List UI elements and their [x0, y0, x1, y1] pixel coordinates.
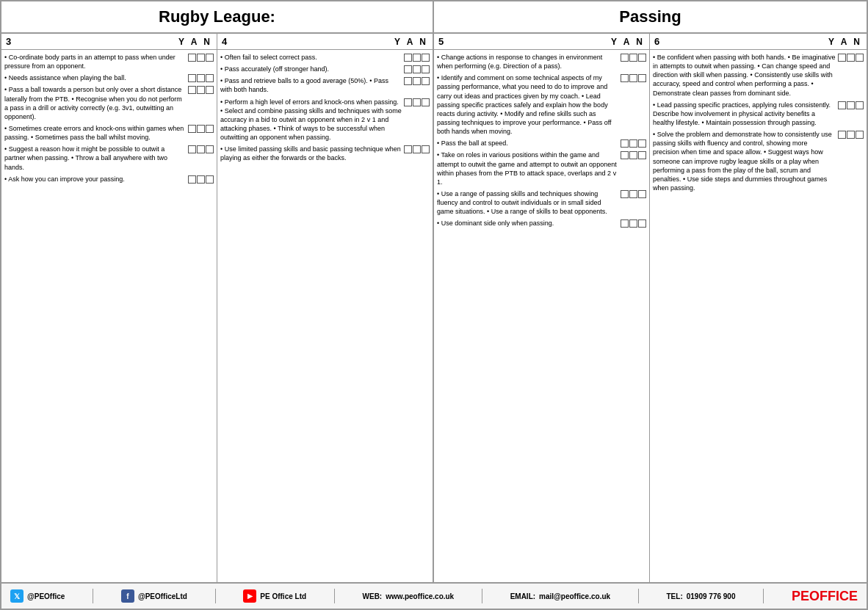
yan-box[interactable] [206, 145, 214, 153]
yan-box[interactable] [856, 54, 864, 62]
yan-box[interactable] [413, 145, 421, 153]
col4-yan: Y A N [394, 37, 428, 47]
yan-box[interactable] [413, 77, 421, 85]
yan-box[interactable] [621, 219, 629, 228]
criteria-item: • Sometimes create errors and knock-ons … [4, 124, 214, 142]
web-url: www.peoffice.co.uk [386, 592, 454, 600]
yan-box[interactable] [856, 131, 864, 139]
yan-box[interactable] [621, 151, 629, 159]
yan-box[interactable] [197, 74, 205, 82]
yan-box[interactable] [621, 74, 629, 82]
header-left-title: Rugby League: [1, 1, 434, 32]
yan-boxes [404, 65, 430, 73]
footer-email: EMAIL: mail@peoffice.co.uk [510, 592, 610, 600]
col3-yan: Y A N [178, 37, 212, 47]
criteria-item: • Ask how you can improve your passing. [4, 175, 214, 184]
yan-box[interactable] [413, 98, 421, 106]
yan-box[interactable] [629, 190, 637, 198]
yan-box[interactable] [629, 74, 637, 82]
yan-box[interactable] [638, 151, 646, 159]
yan-boxes [188, 125, 214, 133]
brand-pe: PE [792, 589, 809, 603]
yan-box[interactable] [621, 54, 629, 62]
yan-box[interactable] [638, 139, 646, 148]
yan-box[interactable] [629, 54, 637, 62]
yan-boxes [621, 54, 646, 62]
yan-box[interactable] [422, 77, 430, 85]
footer-youtube: ▶ PE Office Ltd [243, 589, 306, 603]
yan-box[interactable] [206, 86, 214, 94]
criteria-text: • Pass accurately (off stronger hand). [220, 65, 404, 73]
yan-box[interactable] [188, 175, 196, 184]
yan-box[interactable] [404, 65, 412, 73]
footer-twitter: 𝕏 @PEOffice [10, 589, 65, 603]
yan-box[interactable] [856, 101, 864, 109]
footer-divider-1 [93, 589, 93, 603]
col6-yan: Y A N [828, 37, 862, 47]
yan-box[interactable] [422, 145, 430, 153]
youtube-icon: ▶ [243, 589, 256, 603]
pe-office-logo: PEOFFICE [792, 589, 858, 604]
criteria-text: • Ask how you can improve your passing. [4, 175, 188, 184]
yan-boxes [404, 77, 430, 85]
yan-box[interactable] [404, 54, 412, 62]
yan-box[interactable] [838, 54, 846, 62]
criteria-text: • Take on roles in various positions wit… [437, 150, 621, 186]
yan-box[interactable] [197, 86, 205, 94]
web-label: WEB: [363, 592, 383, 600]
yan-boxes [838, 101, 864, 109]
twitter-handle: @PEOffice [27, 592, 65, 600]
yan-box[interactable] [621, 190, 629, 198]
yan-boxes [188, 86, 214, 94]
yan-box[interactable] [422, 65, 430, 73]
yan-box[interactable] [629, 219, 637, 228]
yan-box[interactable] [847, 101, 855, 109]
yan-box[interactable] [188, 145, 196, 153]
brand-office: OFFICE [809, 589, 858, 603]
criteria-item: • Pass accurately (off stronger hand). [220, 65, 430, 73]
yan-box[interactable] [188, 86, 196, 94]
yan-box[interactable] [404, 77, 412, 85]
yan-box[interactable] [422, 54, 430, 62]
yan-box[interactable] [422, 98, 430, 106]
yan-box[interactable] [838, 131, 846, 139]
yan-box[interactable] [413, 54, 421, 62]
col6-content: • Be confident when passing with both ha… [650, 50, 867, 582]
content-row: • Co-ordinate body parts in an attempt t… [1, 50, 867, 582]
yan-box[interactable] [629, 139, 637, 148]
yan-box[interactable] [847, 54, 855, 62]
yan-box[interactable] [206, 125, 214, 133]
col4-number: 4 [222, 36, 227, 47]
subheader-row: 3 Y A N 4 Y A N 5 Y A N 6 Y A N [1, 34, 867, 50]
yan-box[interactable] [206, 54, 214, 62]
yan-box[interactable] [629, 151, 637, 159]
criteria-item: • Lead passing specific practices, apply… [653, 101, 864, 127]
criteria-text: • Use a range of passing skills and tech… [437, 189, 621, 216]
yan-box[interactable] [206, 175, 214, 184]
yan-box[interactable] [638, 54, 646, 62]
yan-box[interactable] [404, 145, 412, 153]
yan-box[interactable] [638, 219, 646, 228]
yan-box[interactable] [621, 139, 629, 148]
yan-box[interactable] [197, 145, 205, 153]
yan-box[interactable] [197, 175, 205, 184]
yan-box[interactable] [413, 65, 421, 73]
yan-box[interactable] [206, 74, 214, 82]
yan-box[interactable] [638, 74, 646, 82]
yan-box[interactable] [638, 190, 646, 198]
criteria-text: • Often fail to select correct pass. [220, 53, 404, 62]
yan-box[interactable] [197, 125, 205, 133]
criteria-item: • Pass and retrieve balls to a good aver… [220, 76, 430, 94]
yan-box[interactable] [404, 98, 412, 106]
yan-box[interactable] [188, 54, 196, 62]
yan-box[interactable] [847, 131, 855, 139]
footer-web: WEB: www.peoffice.co.uk [363, 592, 455, 600]
yan-box[interactable] [197, 54, 205, 62]
yan-box[interactable] [188, 125, 196, 133]
criteria-item: • Use a range of passing skills and tech… [437, 189, 646, 216]
col3-number: 3 [6, 36, 11, 47]
criteria-item: • Be confident when passing with both ha… [653, 53, 864, 98]
yan-box[interactable] [838, 101, 846, 109]
yan-box[interactable] [188, 74, 196, 82]
criteria-item: • Identify and comment on some technical… [437, 73, 646, 136]
